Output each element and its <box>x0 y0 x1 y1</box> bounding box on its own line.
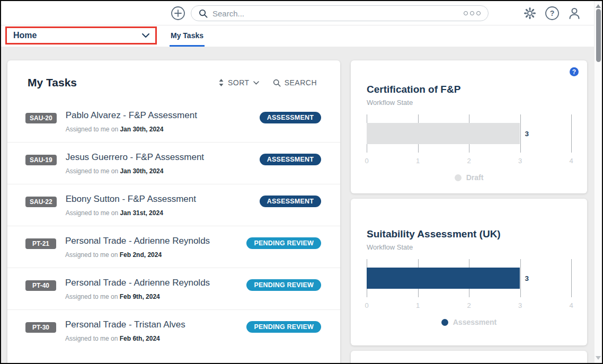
chart-card: ? Certification of F&P Workflow State 3 … <box>351 60 587 193</box>
axis-tick-line <box>571 114 572 153</box>
chart-card: ? Suitability Assessment (UK) Workflow S… <box>351 199 587 345</box>
task-row[interactable]: PT-40 Personal Trade - Adrienne Reynolds… <box>7 268 340 309</box>
tab-my-tasks-label: My Tasks <box>171 31 203 40</box>
home-dropdown[interactable]: Home <box>5 26 157 45</box>
task-row[interactable]: PT-30 Personal Trade - Tristan Alves Ass… <box>7 309 340 351</box>
my-tasks-panel: My Tasks SORT <box>7 60 340 363</box>
nav-tab-row: Home My Tasks <box>1 25 602 47</box>
chevron-down-icon <box>253 81 259 85</box>
my-tasks-panel-header: My Tasks SORT <box>7 60 340 101</box>
profile-person-icon[interactable] <box>567 6 582 21</box>
task-id-badge: SAU-22 <box>25 197 57 207</box>
task-title[interactable]: Pablo Alvarez - F&P Assessment <box>66 110 253 121</box>
add-button[interactable] <box>171 6 185 21</box>
task-status-badge: PENDING REVIEW <box>246 279 321 291</box>
task-id-badge: SAU-20 <box>25 113 57 123</box>
legend-dot-icon <box>455 174 462 181</box>
panel-controls: SORT SEARCH <box>218 78 317 87</box>
main-content: My Tasks SORT <box>1 47 602 363</box>
task-title[interactable]: Personal Trade - Adrienne Reynolds <box>65 278 240 288</box>
task-status-badge: ASSESSMENT <box>260 196 321 207</box>
task-assigned-text: Assigned to me on Jan 30th, 2024 <box>66 167 253 175</box>
chart-bar-value: 3 <box>525 130 529 138</box>
task-assigned-date: Feb 6th, 2024 <box>120 335 160 342</box>
task-text: Personal Trade - Tristan Alves Assigned … <box>65 319 240 342</box>
chart-plot-area: 3 <box>367 114 571 153</box>
task-text: Pablo Alvarez - F&P Assessment Assigned … <box>66 110 253 133</box>
axis-tick-line <box>520 259 521 297</box>
task-row[interactable]: PT-21 Personal Trade - Adrienne Reynolds… <box>7 226 340 268</box>
sort-arrows-icon <box>218 79 224 86</box>
task-assigned-text: Assigned to me on Jan 30th, 2024 <box>66 126 253 133</box>
task-title[interactable]: Jesus Guerrero - F&P Assessment <box>66 152 253 163</box>
task-status-badge: ASSESSMENT <box>260 154 321 165</box>
scrollbar-thumb[interactable] <box>596 9 601 62</box>
task-id-badge: PT-21 <box>25 238 56 249</box>
axis-tick-line <box>571 259 572 297</box>
chart-bar-value: 3 <box>525 274 529 282</box>
tab-my-tasks[interactable]: My Tasks <box>170 25 205 47</box>
search-options-icon[interactable] <box>464 11 481 15</box>
panel-search-button[interactable]: SEARCH <box>273 78 317 87</box>
legend-label: Draft <box>466 173 484 182</box>
chart-bar[interactable] <box>367 268 520 289</box>
axis-tick-label: 2 <box>467 301 471 309</box>
task-text: Ebony Sutton - F&P Assessment Assigned t… <box>66 194 253 217</box>
axis-tick-label: 1 <box>416 157 420 165</box>
task-status-badge: PENDING REVIEW <box>246 321 321 333</box>
task-text: Personal Trade - Adrienne Reynolds Assig… <box>65 236 240 259</box>
task-title[interactable]: Personal Trade - Adrienne Reynolds <box>65 236 240 246</box>
plus-circle-icon <box>171 6 185 21</box>
home-dropdown-label: Home <box>13 31 37 40</box>
task-assigned-text: Assigned to me on Feb 6th, 2024 <box>65 335 240 342</box>
task-assigned-text: Assigned to me on Feb 2nd, 2024 <box>65 251 240 259</box>
chart-title: Certification of F&P <box>367 84 571 95</box>
task-assigned-date: Feb 2nd, 2024 <box>120 251 162 259</box>
axis-tick-line <box>520 114 521 153</box>
axis-tick-label: 2 <box>467 157 471 165</box>
task-assigned-date: Jan 31st, 2024 <box>120 209 163 217</box>
chart-axis-labels: 01234 <box>367 157 571 165</box>
task-title[interactable]: Ebony Sutton - F&P Assessment <box>66 194 253 205</box>
page-scrollbar[interactable] <box>594 1 602 363</box>
task-text: Jesus Guerrero - F&P Assessment Assigned… <box>66 152 253 175</box>
axis-tick-label: 0 <box>365 157 368 165</box>
global-search-input[interactable]: Search... <box>191 5 489 21</box>
next-panel-partial <box>351 351 587 363</box>
axis-tick-label: 3 <box>518 301 522 309</box>
chevron-down-icon <box>141 33 150 38</box>
chart-legend[interactable]: Draft <box>351 173 587 182</box>
settings-gear-icon[interactable] <box>522 6 537 21</box>
sort-button[interactable]: SORT <box>218 78 259 87</box>
axis-tick-label: 4 <box>569 157 573 165</box>
search-placeholder: Search... <box>212 9 244 18</box>
task-row[interactable]: SAU-20 Pablo Alvarez - F&P Assessment As… <box>7 101 340 142</box>
search-icon <box>199 9 208 18</box>
chart-help-icon[interactable]: ? <box>570 67 579 76</box>
scroll-down-arrow-icon[interactable] <box>596 356 601 360</box>
chart-subtitle: Workflow State <box>367 99 571 106</box>
task-row[interactable]: SAU-22 Ebony Sutton - F&P Assessment Ass… <box>7 184 340 226</box>
panel-search-label: SEARCH <box>285 78 317 87</box>
legend-label: Assessment <box>453 318 497 326</box>
axis-tick-label: 4 <box>569 301 573 309</box>
chart-plot-area: 3 <box>367 259 571 297</box>
scroll-up-arrow-icon[interactable] <box>596 4 601 8</box>
chart-axis-labels: 01234 <box>367 301 571 310</box>
chart-bar[interactable] <box>367 123 520 144</box>
chart-title: Suitability Assessment (UK) <box>367 228 571 240</box>
app-window: Search... ? <box>0 0 603 364</box>
task-title[interactable]: Personal Trade - Tristan Alves <box>65 319 240 330</box>
task-list: SAU-20 Pablo Alvarez - F&P Assessment As… <box>7 101 340 351</box>
task-status-badge: ASSESSMENT <box>260 112 321 123</box>
task-id-badge: PT-30 <box>25 322 56 333</box>
help-circle-icon[interactable]: ? <box>545 6 560 21</box>
task-assigned-date: Feb 9th, 2024 <box>120 293 160 300</box>
task-row[interactable]: SAU-19 Jesus Guerrero - F&P Assessment A… <box>7 142 340 184</box>
legend-dot-icon <box>441 319 448 326</box>
task-assigned-text: Assigned to me on Feb 9th, 2024 <box>65 293 240 300</box>
task-status-badge: PENDING REVIEW <box>246 237 321 249</box>
task-text: Personal Trade - Adrienne Reynolds Assig… <box>65 278 240 300</box>
top-right-icons: ? <box>522 6 582 21</box>
chart-legend[interactable]: Assessment <box>351 318 587 326</box>
